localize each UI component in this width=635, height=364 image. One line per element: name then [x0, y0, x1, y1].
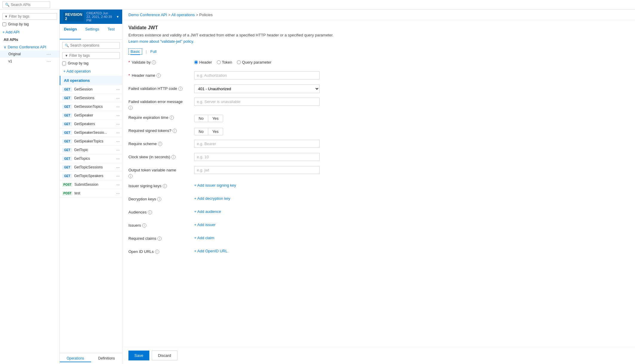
op-item-getspeakertopics[interactable]: GET GetSpeakerTopics ···	[60, 137, 122, 146]
sidebar-item-v1[interactable]: v1 ···	[0, 58, 59, 65]
op-method-get: GET	[62, 105, 72, 109]
original-menu-dots[interactable]: ···	[47, 52, 51, 56]
header-name-input[interactable]	[194, 71, 320, 79]
view-full-button[interactable]: Full	[150, 49, 157, 54]
op-menu-dots[interactable]: ···	[116, 173, 120, 178]
op-item-gettopic[interactable]: GET GetTopic ···	[60, 146, 122, 154]
required-signed-yes[interactable]: Yes	[208, 128, 223, 135]
issuer-signing-info-icon[interactable]: i	[163, 184, 167, 188]
op-menu-dots[interactable]: ···	[116, 139, 120, 144]
op-item-getspeakersessio[interactable]: GET GetSpeakerSessio... ···	[60, 128, 122, 137]
audiences-info-icon[interactable]: i	[148, 210, 152, 214]
failed-error-msg-info-icon[interactable]: i	[128, 106, 133, 110]
revision-dropdown-icon[interactable]: ▾	[117, 15, 119, 19]
save-button[interactable]: Save	[128, 351, 149, 360]
op-menu-dots[interactable]: ···	[116, 122, 120, 126]
tab-design[interactable]: Design	[60, 24, 81, 39]
v1-menu-dots[interactable]: ···	[47, 59, 51, 64]
all-operations-item[interactable]: All operations	[60, 76, 122, 85]
require-scheme-input[interactable]	[194, 140, 320, 148]
policy-learn-more-link[interactable]: Learn more about "validate-jwt" policy.	[128, 39, 194, 44]
add-audience-button[interactable]: + Add audience	[194, 209, 320, 214]
validate-by-query[interactable]: Query parameter	[237, 60, 271, 64]
op-name: GetSessionTopics	[74, 105, 115, 109]
add-open-id-url-button[interactable]: + Add OpenID URL	[194, 249, 320, 253]
footer-tab-operations[interactable]: Operations	[60, 355, 91, 362]
op-item-gettopics[interactable]: GET GetTopics ···	[60, 154, 122, 163]
add-issuer-signing-key-button[interactable]: + Add issuer signing key	[194, 183, 320, 188]
op-menu-dots[interactable]: ···	[116, 148, 120, 152]
op-menu-dots[interactable]: ···	[116, 130, 120, 135]
op-item-test[interactable]: POST test ···	[60, 189, 122, 198]
failed-http-code-info-icon[interactable]: i	[178, 87, 182, 91]
filter-by-tags-input[interactable]	[9, 14, 55, 19]
demo-conference-api-group[interactable]: ∨ Demo Conference API	[0, 44, 59, 50]
require-expiration-info-icon[interactable]: i	[170, 116, 174, 120]
search-apis-container: 🔍	[2, 1, 50, 8]
sidebar-item-original[interactable]: Original ···	[0, 50, 59, 58]
issuers-info-icon[interactable]: i	[142, 223, 146, 228]
op-menu-dots[interactable]: ···	[116, 191, 120, 196]
op-item-gettopicspeakers[interactable]: GET GetTopicSpeakers ···	[60, 172, 122, 180]
op-name: GetSpeakerSessio...	[74, 130, 115, 135]
view-basic-button[interactable]: Basic	[131, 49, 140, 55]
breadcrumb-demo-api[interactable]: Demo Conference API	[128, 13, 167, 17]
decryption-keys-info-icon[interactable]: i	[157, 197, 161, 201]
failed-http-code-select[interactable]: 400 - Bad Request 401 - Unauthorized 403…	[194, 85, 320, 93]
validate-by-header[interactable]: Header	[194, 60, 212, 64]
op-item-getspeaker[interactable]: GET GetSpeaker ···	[60, 111, 122, 120]
discard-button[interactable]: Discard	[152, 351, 177, 360]
require-expiration-yes[interactable]: Yes	[208, 115, 223, 122]
search-apis-input[interactable]	[11, 3, 50, 7]
add-issuer-button[interactable]: + Add issuer	[194, 222, 320, 227]
add-decryption-key-button[interactable]: + Add decryption key	[194, 196, 320, 201]
ops-filter-input[interactable]	[69, 53, 117, 58]
op-item-getsessiontopics[interactable]: GET GetSessionTopics ···	[60, 102, 122, 111]
op-menu-dots[interactable]: ···	[116, 96, 120, 100]
clock-skew-input[interactable]	[194, 153, 320, 161]
validate-by-query-radio[interactable]	[237, 60, 241, 64]
validate-by-header-radio[interactable]	[194, 60, 198, 64]
op-menu-dots[interactable]: ···	[116, 113, 120, 118]
op-item-gettopicsessions[interactable]: GET GetTopicSessions ···	[60, 163, 122, 172]
open-id-urls-info-icon[interactable]: i	[155, 250, 159, 254]
policy-content: Validate JWT Enforces existence and vali…	[122, 20, 635, 347]
ops-search-input[interactable]	[70, 43, 117, 47]
op-menu-dots[interactable]: ···	[116, 182, 120, 187]
validate-by-info-icon[interactable]: i	[152, 60, 156, 64]
revision-created: CREATED Jun 22, 2021, 2:40:39 PM	[86, 11, 113, 22]
require-expiration-no[interactable]: No	[194, 115, 208, 122]
footer-tab-definitions[interactable]: Definitions	[91, 355, 122, 362]
op-item-getspeakers[interactable]: GET GetSpeakers ···	[60, 120, 122, 128]
op-menu-dots[interactable]: ···	[116, 156, 120, 161]
required-signed-info-icon[interactable]: i	[173, 129, 177, 133]
output-token-input[interactable]	[194, 166, 320, 174]
group-by-tag-checkbox[interactable]	[2, 22, 6, 26]
failed-error-msg-input[interactable]	[194, 98, 320, 106]
require-scheme-info-icon[interactable]: i	[158, 142, 162, 146]
add-claim-button[interactable]: + Add claim	[194, 236, 320, 240]
output-token-info-icon[interactable]: i	[128, 174, 133, 178]
tab-test[interactable]: Test	[103, 24, 119, 39]
header-name-info-icon[interactable]: i	[157, 73, 161, 78]
add-api-button[interactable]: + Add API	[2, 30, 57, 34]
tab-revisions[interactable]: Revisions	[119, 24, 122, 39]
op-menu-dots[interactable]: ···	[116, 87, 120, 92]
op-item-getsessions[interactable]: GET GetSessions ···	[60, 94, 122, 102]
ops-group-tag-checkbox[interactable]	[62, 62, 66, 65]
validate-by-token-radio[interactable]	[217, 60, 221, 64]
op-menu-dots[interactable]: ···	[116, 104, 120, 109]
op-item-submitsession[interactable]: POST SubmitSession ···	[60, 180, 122, 189]
ops-search-icon: 🔍	[65, 44, 69, 47]
op-method-get: GET	[62, 139, 72, 144]
required-claims-info-icon[interactable]: i	[157, 236, 162, 241]
op-menu-dots[interactable]: ···	[116, 165, 120, 170]
validate-by-token[interactable]: Token	[217, 60, 232, 64]
add-operation-button[interactable]: + Add operation	[60, 67, 122, 76]
tab-settings[interactable]: Settings	[81, 24, 103, 39]
op-item-getsession[interactable]: GET GetSession ···	[60, 85, 122, 94]
required-signed-no[interactable]: No	[194, 128, 208, 135]
clock-skew-info-icon[interactable]: i	[171, 155, 176, 159]
breadcrumb-all-ops[interactable]: All operations	[171, 13, 195, 17]
require-scheme-label: Require scheme i	[128, 140, 194, 146]
